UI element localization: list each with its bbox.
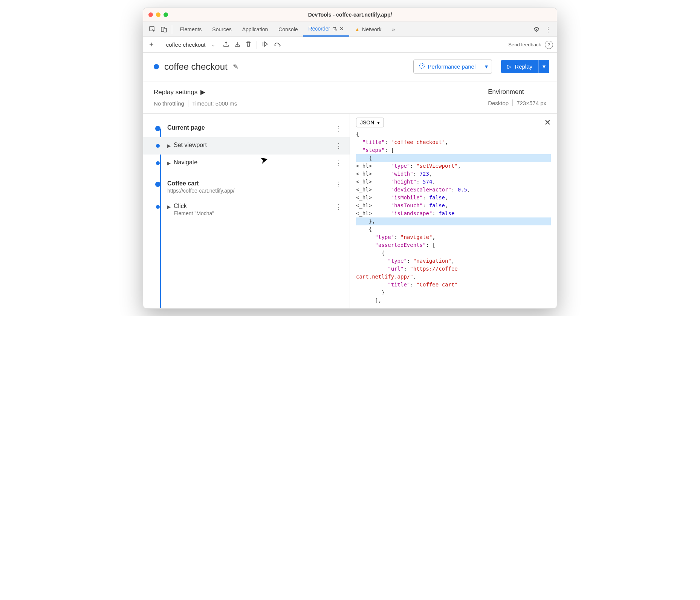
help-icon[interactable]: ? bbox=[545, 41, 553, 49]
svg-rect-3 bbox=[263, 42, 263, 46]
step-menu-icon[interactable]: ⋮ bbox=[332, 159, 345, 167]
step-navigate[interactable]: ▶ Navigate ⋮ bbox=[143, 155, 350, 172]
inspect-icon[interactable] bbox=[147, 26, 158, 33]
window-title: DevTools - coffee-cart.netlify.app/ bbox=[148, 12, 552, 18]
recording-status-dot bbox=[154, 64, 159, 69]
play-icon: ▷ bbox=[507, 63, 512, 70]
traffic-lights bbox=[148, 12, 168, 17]
step-current-page[interactable]: Current page ⋮ bbox=[143, 120, 350, 137]
step-menu-icon[interactable]: ⋮ bbox=[332, 142, 345, 150]
step-click[interactable]: ▶ Click Element "Mocha" ⋮ bbox=[143, 198, 350, 221]
environment-label: Environment bbox=[488, 88, 546, 96]
chevron-right-icon: ▶ bbox=[167, 143, 171, 148]
minimize-window-icon[interactable] bbox=[156, 12, 160, 17]
tab-elements[interactable]: Elements bbox=[174, 22, 207, 37]
delete-icon[interactable] bbox=[246, 41, 251, 49]
kebab-menu-icon[interactable]: ⋮ bbox=[545, 25, 552, 34]
performance-dropdown[interactable]: ▾ bbox=[481, 60, 492, 73]
format-selector[interactable]: JSON ▾ bbox=[356, 118, 384, 127]
performance-panel-button[interactable]: Performance panel bbox=[413, 60, 481, 73]
edit-title-icon[interactable]: ✎ bbox=[233, 63, 238, 71]
tab-sources[interactable]: Sources bbox=[207, 22, 237, 37]
continue-icon[interactable] bbox=[274, 41, 281, 48]
recording-header: coffee checkout ✎ Performance panel ▾ ▷ … bbox=[143, 53, 557, 81]
viewport-value: 723×574 px bbox=[517, 100, 546, 106]
step-menu-icon[interactable]: ⋮ bbox=[332, 203, 345, 211]
warning-icon: ▲ bbox=[355, 26, 360, 32]
export-icon[interactable] bbox=[223, 41, 229, 49]
replay-dropdown[interactable]: ▾ bbox=[538, 60, 549, 73]
main-content: Current page ⋮ ▶ Set viewport ⋮ ▶ Naviga… bbox=[143, 114, 557, 308]
add-recording-button[interactable]: + bbox=[147, 40, 156, 49]
steps-column: Current page ⋮ ▶ Set viewport ⋮ ▶ Naviga… bbox=[143, 114, 350, 308]
chevron-right-icon: ▶ bbox=[167, 204, 171, 210]
code-column: JSON ▾ ✕ { "title": "coffee checkout", "… bbox=[350, 114, 557, 308]
import-icon[interactable] bbox=[234, 41, 240, 49]
device-toolbar-icon[interactable] bbox=[158, 26, 170, 32]
gauge-icon bbox=[419, 63, 425, 70]
svg-point-4 bbox=[275, 44, 276, 46]
recording-title: coffee checkout bbox=[164, 61, 228, 72]
titlebar: DevTools - coffee-cart.netlify.app/ bbox=[143, 8, 557, 22]
replay-settings-toggle[interactable]: Replay settings ▶ bbox=[154, 88, 488, 96]
step-coffee-cart[interactable]: Coffee cart https://coffee-cart.netlify.… bbox=[143, 176, 350, 198]
recording-selector[interactable]: coffee checkout bbox=[164, 41, 208, 48]
tab-recorder[interactable]: Recorder ⚗ ✕ bbox=[303, 22, 350, 37]
tab-application[interactable]: Application bbox=[237, 22, 274, 37]
send-feedback-link[interactable]: Send feedback bbox=[508, 42, 541, 47]
flask-icon: ⚗ bbox=[332, 26, 337, 32]
step-set-viewport[interactable]: ▶ Set viewport ⋮ bbox=[143, 137, 350, 155]
code-view[interactable]: { "title": "coffee checkout", "steps": [… bbox=[356, 130, 551, 305]
throttling-value: No throttling bbox=[154, 100, 184, 107]
step-menu-icon[interactable]: ⋮ bbox=[332, 180, 345, 188]
devtools-window: DevTools - coffee-cart.netlify.app/ Elem… bbox=[143, 8, 557, 309]
chevron-down-icon: ▾ bbox=[377, 119, 380, 126]
device-value: Desktop bbox=[488, 100, 509, 106]
settings-row: Replay settings ▶ No throttling Timeout:… bbox=[143, 81, 557, 114]
chevron-right-icon: ▶ bbox=[167, 161, 171, 166]
devtools-tabbar: Elements Sources Application Console Rec… bbox=[143, 22, 557, 37]
step-menu-icon[interactable]: ⋮ bbox=[332, 124, 345, 133]
close-code-icon[interactable]: ✕ bbox=[544, 118, 551, 127]
tab-console[interactable]: Console bbox=[273, 22, 303, 37]
maximize-window-icon[interactable] bbox=[164, 12, 168, 17]
tab-overflow[interactable]: » bbox=[387, 22, 400, 37]
replay-button[interactable]: ▷ Replay bbox=[501, 60, 538, 73]
close-tab-icon[interactable]: ✕ bbox=[339, 26, 344, 32]
close-window-icon[interactable] bbox=[148, 12, 153, 17]
svg-rect-2 bbox=[164, 28, 167, 32]
tab-network[interactable]: ▲ Network bbox=[349, 22, 387, 37]
timeout-value: Timeout: 5000 ms bbox=[192, 100, 237, 107]
chevron-right-icon: ▶ bbox=[200, 88, 205, 96]
recorder-toolbar: + coffee checkout ⌄ Send feedback ? bbox=[143, 37, 557, 53]
step-icon[interactable] bbox=[262, 41, 269, 49]
settings-gear-icon[interactable]: ⚙ bbox=[533, 25, 540, 34]
chevron-down-icon[interactable]: ⌄ bbox=[211, 42, 215, 47]
